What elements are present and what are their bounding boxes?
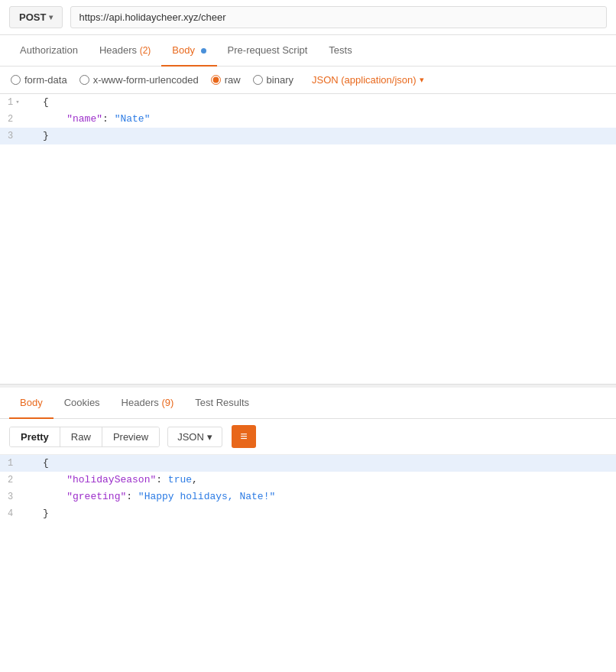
resp-brace-close: } bbox=[43, 508, 49, 519]
resp-line-2: 2 "holidaySeason": true, bbox=[0, 472, 616, 489]
resp-line-num-1: 1 bbox=[0, 455, 40, 472]
format-group: Pretty Raw Preview bbox=[9, 427, 160, 447]
resp-colon-1: : bbox=[156, 474, 168, 485]
resp-empty-space bbox=[0, 522, 616, 568]
resp-line-1: 1 { bbox=[0, 455, 616, 472]
response-headers-badge: (9) bbox=[161, 397, 173, 408]
wrap-button[interactable]: ≡ bbox=[232, 425, 256, 448]
resp-key-holidayseason: "holidaySeason" bbox=[66, 474, 156, 485]
line-2-content: "name": "Nate" bbox=[40, 111, 616, 128]
request-body-editor[interactable]: 1 ▾ { 2 "name": "Nate" 3 } bbox=[0, 94, 616, 385]
resp-brace-open: { bbox=[43, 457, 49, 469]
line-number-2: 2 bbox=[8, 111, 13, 128]
code-line-3: 3 } bbox=[0, 128, 616, 144]
response-tabs: Body Cookies Headers (9) Test Results bbox=[0, 388, 616, 419]
brace-close: } bbox=[43, 130, 49, 141]
key-name: "name" bbox=[66, 113, 102, 125]
radio-form-data[interactable]: form-data bbox=[11, 74, 67, 86]
line-num-3-area: 3 bbox=[0, 128, 40, 144]
resp-line-1-content: { bbox=[40, 455, 616, 472]
url-input[interactable] bbox=[70, 6, 607, 28]
response-tab-body[interactable]: Body bbox=[9, 388, 53, 419]
resp-value-true: true bbox=[168, 474, 192, 485]
radio-raw-input[interactable] bbox=[211, 75, 221, 85]
code-line-2: 2 "name": "Nate" bbox=[0, 111, 616, 128]
resp-line-num-4: 4 bbox=[0, 505, 40, 522]
body-dot-icon bbox=[201, 48, 206, 54]
line-1-content: { bbox=[40, 94, 616, 111]
response-tab-test-results[interactable]: Test Results bbox=[184, 388, 260, 419]
tab-headers[interactable]: Headers (2) bbox=[89, 35, 161, 67]
line-number-3: 3 bbox=[8, 128, 13, 144]
resp-line-3-content: "greeting": "Happy holidays, Nate!" bbox=[40, 489, 616, 505]
format-raw-button[interactable]: Raw bbox=[60, 427, 102, 446]
response-section: Body Cookies Headers (9) Test Results Pr… bbox=[0, 385, 616, 568]
response-json-label: JSON bbox=[177, 431, 204, 443]
editor-empty-space[interactable] bbox=[0, 144, 616, 374]
method-label: POST bbox=[19, 11, 46, 23]
line-number-1: 1 bbox=[8, 94, 13, 111]
line-num-2-area: 2 bbox=[0, 111, 40, 128]
request-tabs: Authorization Headers (2) Body Pre-reque… bbox=[0, 35, 616, 67]
resp-line-4: 4 } bbox=[0, 505, 616, 522]
wrap-icon: ≡ bbox=[240, 430, 247, 443]
json-chevron-icon: ▾ bbox=[420, 75, 424, 85]
line-3-content: } bbox=[40, 128, 616, 144]
response-body-editor: 1 { 2 "holidaySeason": true, 3 "greeting… bbox=[0, 455, 616, 568]
resp-line-3: 3 "greeting": "Happy holidays, Nate!" bbox=[0, 489, 616, 505]
method-chevron-icon: ▾ bbox=[49, 13, 53, 21]
body-type-row: form-data x-www-form-urlencoded raw bina… bbox=[0, 67, 616, 94]
radio-urlencoded-input[interactable] bbox=[79, 75, 89, 85]
tab-body[interactable]: Body bbox=[161, 35, 216, 67]
fold-triangle-1[interactable]: ▾ bbox=[15, 94, 19, 111]
resp-key-greeting: "greeting" bbox=[66, 491, 126, 502]
value-nate: "Nate" bbox=[115, 113, 151, 125]
radio-form-data-input[interactable] bbox=[11, 75, 21, 85]
response-json-chevron-icon: ▾ bbox=[207, 431, 212, 443]
colon-1: : bbox=[102, 113, 115, 125]
format-bar: Pretty Raw Preview JSON ▾ ≡ bbox=[0, 419, 616, 455]
resp-line-2-content: "holidaySeason": true, bbox=[40, 472, 616, 489]
resp-line-num-3: 3 bbox=[0, 489, 40, 505]
headers-badge: (2) bbox=[140, 45, 151, 56]
brace-open: { bbox=[43, 96, 49, 108]
response-tab-cookies[interactable]: Cookies bbox=[53, 388, 111, 419]
resp-line-4-content: } bbox=[40, 505, 616, 522]
resp-line-num-2: 2 bbox=[0, 472, 40, 489]
json-format-select[interactable]: JSON (application/json) ▾ bbox=[312, 74, 424, 86]
json-format-label: JSON (application/json) bbox=[312, 74, 417, 86]
response-tab-headers[interactable]: Headers (9) bbox=[111, 388, 185, 419]
radio-urlencoded[interactable]: x-www-form-urlencoded bbox=[79, 74, 199, 86]
format-pretty-button[interactable]: Pretty bbox=[10, 427, 60, 446]
resp-colon-2: : bbox=[126, 491, 138, 502]
tab-tests[interactable]: Tests bbox=[318, 35, 362, 67]
url-bar: POST ▾ bbox=[0, 0, 616, 35]
tab-authorization[interactable]: Authorization bbox=[9, 35, 89, 67]
tab-pre-request-script[interactable]: Pre-request Script bbox=[217, 35, 319, 67]
radio-binary[interactable]: binary bbox=[253, 74, 293, 86]
resp-value-greeting: "Happy holidays, Nate!" bbox=[138, 491, 275, 502]
method-button[interactable]: POST ▾ bbox=[9, 6, 63, 28]
radio-binary-input[interactable] bbox=[253, 75, 263, 85]
response-json-format-button[interactable]: JSON ▾ bbox=[167, 427, 222, 447]
code-line-1: 1 ▾ { bbox=[0, 94, 616, 111]
radio-raw[interactable]: raw bbox=[211, 74, 241, 86]
format-preview-button[interactable]: Preview bbox=[102, 427, 159, 446]
line-num-1-area: 1 ▾ bbox=[0, 94, 40, 111]
